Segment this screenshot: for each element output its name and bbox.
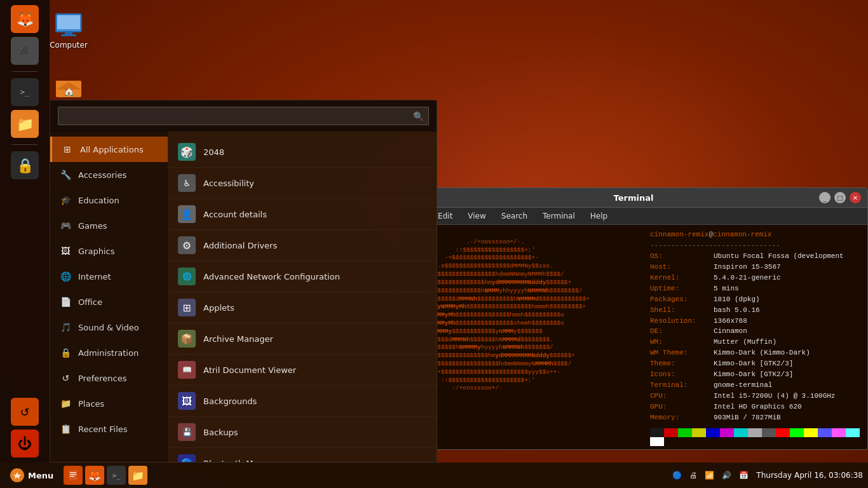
- app-menu: 🔍 ⊞ All Applications 🔧 Accessories 🎓 Edu…: [50, 100, 437, 463]
- info-host-key: Host:: [650, 262, 714, 273]
- category-sound-video[interactable]: 🎵 Sound & Video: [50, 315, 168, 340]
- terminal-minimize-button[interactable]: _: [819, 192, 831, 203]
- taskbar-app-firefox[interactable]: 🦊: [85, 466, 104, 485]
- info-wm-theme-value: Kimmo-Dark (Kimmo-Dark): [714, 348, 810, 358]
- graphics-icon: 🖼: [59, 245, 72, 257]
- games-icon: 🎮: [59, 219, 72, 232]
- category-all-label: All Applications: [80, 145, 144, 154]
- info-cpu-key: CPU:: [650, 391, 714, 402]
- category-recent-files[interactable]: 📋 Recent Files: [50, 416, 168, 442]
- terminal-title: Terminal: [614, 193, 654, 203]
- color-swatch-13: [832, 428, 846, 437]
- category-office-label: Office: [78, 297, 102, 307]
- category-graphics[interactable]: 🖼 Graphics: [50, 238, 168, 264]
- terminal-menu-help[interactable]: Help: [588, 210, 610, 222]
- taskbar-app-notepad[interactable]: [64, 466, 83, 485]
- category-accessories[interactable]: 🔧 Accessories: [50, 162, 168, 187]
- administration-icon: 🔒: [59, 346, 72, 359]
- app-item-2048[interactable]: 🎲 2048: [168, 137, 437, 168]
- wifi-icon: 📶: [705, 471, 714, 480]
- svg-rect-1: [57, 15, 80, 29]
- dock-update[interactable]: ↺: [11, 398, 39, 426]
- category-administration[interactable]: 🔒 Administration: [50, 340, 168, 365]
- app-item-additional-drivers[interactable]: ⚙ Additional Drivers: [168, 230, 437, 261]
- taskbar-app-terminal[interactable]: >_: [107, 466, 126, 485]
- app-item-advanced-network[interactable]: 🌐 Advanced Network Configuration: [168, 261, 437, 292]
- office-icon: 📄: [59, 295, 72, 308]
- category-preferences[interactable]: ↺ Preferences: [50, 365, 168, 391]
- app-label-account-details: Account details: [203, 210, 267, 219]
- terminal-menu-terminal[interactable]: Terminal: [540, 210, 578, 222]
- all-apps-icon: ⊞: [61, 143, 74, 156]
- category-education[interactable]: 🎓 Education: [50, 187, 168, 213]
- info-de-key: DE:: [650, 327, 714, 337]
- info-shell-key: Shell:: [650, 306, 714, 316]
- terminal-sysinfo: cinnamon-remix@cinnamon-remix ----------…: [648, 225, 867, 449]
- desktop-icon-computer[interactable]: Computer: [43, 13, 94, 50]
- info-memory-value: 903MiB / 7827MiB: [714, 413, 781, 423]
- info-terminal-key: Terminal:: [650, 381, 714, 391]
- info-shell-value: bash 5.0.16: [714, 306, 760, 316]
- app-icon-additional-drivers: ⚙: [178, 236, 196, 254]
- volume-icon: 🔊: [722, 471, 731, 480]
- info-icons-value: Kimmo-Dark [GTK2/3]: [714, 370, 793, 380]
- taskbar-app-files[interactable]: 📁: [128, 466, 147, 485]
- taskbar-menu-button[interactable]: Menu: [5, 466, 58, 485]
- dock-terminal[interactable]: >_: [11, 78, 39, 106]
- color-swatch-6: [734, 428, 748, 437]
- category-recent-files-label: Recent Files: [78, 424, 128, 434]
- info-terminal-value: gnome-terminal: [714, 381, 772, 391]
- terminal-close-button[interactable]: ✕: [850, 192, 861, 203]
- info-user: cinnamon-remix: [650, 230, 709, 240]
- dock-power[interactable]: ⏻: [11, 430, 39, 458]
- category-administration-label: Administration: [78, 348, 139, 358]
- category-places[interactable]: 📁 Places: [50, 391, 168, 416]
- info-host-value: Inspiron 15-3567: [714, 262, 781, 273]
- info-packages-key: Packages:: [650, 295, 714, 305]
- app-label-2048: 2048: [203, 147, 224, 157]
- info-kernel-key: Kernel:: [650, 273, 714, 283]
- app-item-archive-manager[interactable]: 📦 Archive Manager: [168, 323, 437, 355]
- taskbar-menu-label: Menu: [28, 471, 53, 480]
- category-all[interactable]: ⊞ All Applications: [50, 137, 168, 162]
- dock-divider-1: [12, 71, 37, 72]
- preferences-icon: ↺: [59, 372, 72, 384]
- terminal-menu-view[interactable]: View: [465, 210, 488, 222]
- computer-icon-image: [53, 13, 84, 38]
- terminal-maximize-button[interactable]: □: [834, 192, 846, 203]
- terminal-window: Terminal _ □ ✕ File Edit View Search Ter…: [399, 187, 868, 450]
- svg-rect-10: [70, 472, 76, 473]
- app-item-account-details[interactable]: 👤 Account details: [168, 199, 437, 230]
- computer-icon-label: Computer: [50, 41, 88, 50]
- app-icon-2048: 🎲: [178, 143, 196, 161]
- category-graphics-label: Graphics: [78, 247, 114, 256]
- menu-categories: ⊞ All Applications 🔧 Accessories 🎓 Educa…: [50, 132, 168, 462]
- info-wm-key: WM:: [650, 337, 714, 348]
- app-item-accessibility[interactable]: ♿ Accessibility: [168, 168, 437, 199]
- info-theme-value: Kimmo-Dark [GTK2/3]: [714, 359, 793, 369]
- app-icon-backups: 💾: [178, 423, 196, 441]
- terminal-menu-search[interactable]: Search: [499, 210, 530, 222]
- menu-search-input[interactable]: [58, 107, 429, 125]
- category-internet[interactable]: 🌐 Internet: [50, 264, 168, 289]
- category-games[interactable]: 🎮 Games: [50, 213, 168, 238]
- dock-firefox[interactable]: 🦊: [11, 5, 39, 33]
- category-office[interactable]: 📄 Office: [50, 289, 168, 315]
- app-icon-atril: 📖: [178, 361, 196, 379]
- info-packages-value: 1810 (dpkg): [714, 295, 760, 305]
- search-wrapper: 🔍: [58, 107, 429, 125]
- dock-files[interactable]: 📁: [11, 110, 39, 138]
- svg-rect-11: [70, 474, 76, 475]
- app-item-atril[interactable]: 📖 Atril Document Viewer: [168, 355, 437, 386]
- dock-lock[interactable]: 🔒: [11, 151, 39, 179]
- app-item-bluetooth[interactable]: 🔵 Bluetooth Manager: [168, 448, 437, 462]
- side-dock: 🦊 ⬛ >_ 📁 🔒 ↺ ⏻: [0, 0, 50, 463]
- info-wm-theme-key: WM Theme:: [650, 348, 714, 358]
- dock-battery[interactable]: ⬛: [11, 37, 39, 65]
- svg-rect-3: [61, 34, 76, 36]
- app-item-backups[interactable]: 💾 Backups: [168, 417, 437, 448]
- terminal-menu-edit[interactable]: Edit: [435, 210, 455, 222]
- app-item-applets[interactable]: ⊞ Applets: [168, 292, 437, 323]
- app-item-backgrounds[interactable]: 🖼 Backgrounds: [168, 386, 437, 417]
- print-icon: 🖨: [689, 471, 697, 480]
